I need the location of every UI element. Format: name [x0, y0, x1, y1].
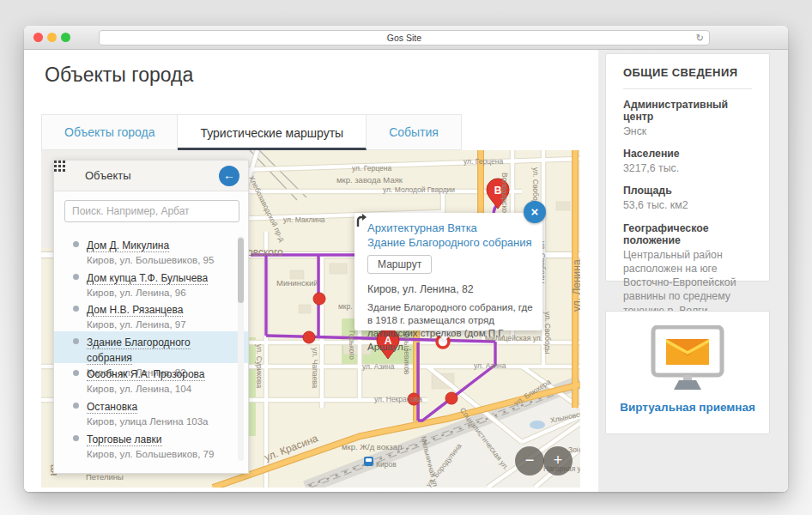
- route-row: Маршрут: [367, 254, 532, 275]
- object-address: Киров, ул. Большевиков, 95: [87, 253, 229, 267]
- back-button[interactable]: ←: [219, 166, 239, 186]
- object-address: Киров, ул. Ленина, 96: [87, 286, 229, 300]
- virtual-reception-card[interactable]: Виртуальная приемная: [605, 311, 770, 434]
- info-entry-label: Географическое положение: [623, 222, 752, 246]
- main-area: Объекты города Объекты городаТуристическ…: [24, 50, 598, 492]
- object-list-item[interactable]: Дом купца Т.Ф. Булычева Киров, ул. Ленин…: [54, 267, 248, 300]
- object-list-item[interactable]: Остановка Киров, улица Ленина 103а: [54, 396, 248, 428]
- object-name-link[interactable]: Здание Благородного собрания: [87, 336, 191, 365]
- objects-panel: Объекты ← Дом Д. Микулина Киров, ул. Бол…: [53, 160, 249, 474]
- bullet-icon: [73, 370, 79, 376]
- info-entry-value: Энск: [623, 124, 752, 138]
- right-sidebar: ОБЩИЕ СВЕДЕНИЯ Административный центр Эн…: [598, 50, 788, 492]
- panel-scrollbar-thumb[interactable]: [238, 238, 244, 303]
- city-map[interactable]: A B ул. Герценамкр. завода Маякул. Герце…: [41, 150, 580, 488]
- page-content: Объекты города Объекты городаТуристическ…: [24, 50, 788, 492]
- railway-station-icon: [364, 457, 373, 466]
- tab[interactable]: События: [367, 114, 462, 150]
- popup-description: Здание Благородного собрания, где в 1918…: [367, 301, 534, 354]
- bullet-icon: [73, 241, 79, 247]
- object-address: Киров, ул. Ленина, 104: [87, 382, 229, 396]
- object-list-item[interactable]: Дом Н.В. Рязанцева Киров, ул. Ленина, 97: [54, 299, 248, 331]
- close-window-button[interactable]: [33, 33, 43, 42]
- object-list-item[interactable]: Здание Благородного собрания Киров, ул. …: [54, 331, 248, 364]
- tab[interactable]: Объекты города: [41, 114, 178, 150]
- popup-address: Киров, ул. Ленина, 82: [367, 283, 532, 295]
- route-button[interactable]: Маршрут: [367, 255, 432, 274]
- map-zoom-in-button[interactable]: +: [543, 446, 573, 476]
- bullet-icon: [73, 403, 79, 409]
- monitor-envelope-icon: [645, 325, 730, 399]
- object-popup: Архитектурная Вятка Здание Благородного …: [354, 213, 542, 330]
- page-url-title: Gos Site: [387, 33, 421, 43]
- object-address: Киров, ул. Большевиков, 79: [87, 447, 229, 461]
- tab[interactable]: Туристические маршруты: [178, 114, 367, 150]
- divider: [623, 88, 752, 89]
- bullet-icon: [73, 274, 79, 280]
- objects-panel-header: Объекты ←: [54, 161, 248, 191]
- info-entry: Площадь 53,6 тыс. км2: [623, 185, 752, 212]
- general-info-title: ОБЩИЕ СВЕДЕНИЯ: [623, 66, 752, 79]
- virtual-reception-link[interactable]: Виртуальная приемная: [606, 401, 769, 414]
- browser-chrome: Gos Site ↻: [24, 26, 788, 50]
- info-entry-label: Административный центр: [623, 99, 752, 123]
- search-input[interactable]: [64, 200, 239, 222]
- object-name-link[interactable]: Остановка: [87, 401, 137, 414]
- tab-bar: Объекты городаТуристические маршрутыСобы…: [41, 114, 462, 150]
- popup-title-link[interactable]: Здание Благородного собрания: [367, 235, 532, 250]
- zoom-window-button[interactable]: [61, 33, 70, 42]
- info-entry-label: Площадь: [623, 185, 752, 197]
- bullet-icon: [73, 338, 79, 344]
- minimize-window-button[interactable]: [47, 33, 57, 42]
- general-info-entries: Административный центр Энск Население 32…: [623, 99, 752, 318]
- general-info-card: ОБЩИЕ СВЕДЕНИЯ Административный центр Эн…: [605, 53, 770, 282]
- info-entry-value: 3217,6 тыс.: [623, 161, 752, 175]
- object-name-link[interactable]: Дом Н.В. Рязанцева: [87, 304, 183, 317]
- grid-icon: [54, 161, 65, 172]
- bullet-icon: [73, 306, 79, 312]
- object-name-link[interactable]: Особняк Я.А. Прозорова: [87, 368, 205, 381]
- object-list-item[interactable]: Дом Д. Микулина Киров, ул. Большевиков, …: [54, 234, 248, 267]
- route-icon: [354, 213, 368, 227]
- popup-category-link[interactable]: Архитектурная Вятка: [367, 221, 532, 235]
- object-list-item[interactable]: Особняк Я.А. Прозорова Киров, ул. Ленина…: [54, 363, 248, 396]
- info-entry-value: Центральный район расположен на юге Вост…: [623, 248, 752, 318]
- object-address: Киров, ул. Ленина, 97: [87, 318, 229, 331]
- info-entry: Население 3217,6 тыс.: [623, 148, 752, 175]
- object-name-link[interactable]: Торговые лавки: [87, 433, 162, 446]
- map-zoom-out-button[interactable]: −: [515, 446, 544, 476]
- bullet-icon: [73, 435, 79, 441]
- panel-scrollbar-track[interactable]: [238, 236, 244, 461]
- pin-b-label: B: [494, 185, 502, 197]
- browser-window: Gos Site ↻ Объекты города Объекты города…: [24, 26, 788, 492]
- popup-close-button[interactable]: ×: [524, 201, 546, 223]
- object-list-item[interactable]: Торговые лавки Киров, ул. Большевиков, 7…: [54, 428, 248, 461]
- object-address: Киров, улица Ленина 103а: [87, 415, 229, 428]
- pin-b[interactable]: B: [487, 179, 509, 209]
- address-bar[interactable]: Gos Site ↻: [99, 30, 710, 45]
- info-entry-label: Население: [623, 148, 752, 160]
- page-title: Объекты города: [45, 64, 193, 87]
- object-name-link[interactable]: Дом купца Т.Ф. Булычева: [87, 272, 208, 285]
- info-entry-value: 53,6 тыс. км2: [623, 198, 752, 212]
- info-entry: Административный центр Энск: [623, 99, 752, 138]
- objects-panel-title: Объекты: [85, 169, 131, 182]
- objects-list: Дом Д. Микулина Киров, ул. Большевиков, …: [54, 234, 248, 460]
- info-entry: Географическое положение Центральный рай…: [623, 222, 752, 318]
- reload-icon[interactable]: ↻: [696, 31, 704, 45]
- object-name-link[interactable]: Дом Д. Микулина: [87, 239, 169, 252]
